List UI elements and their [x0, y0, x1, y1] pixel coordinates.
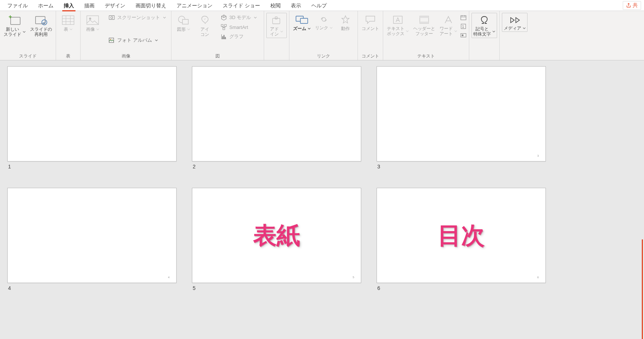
tab-design[interactable]: デザイン — [100, 0, 130, 11]
group-media-label — [502, 53, 528, 60]
group-symbols: 記号と 特殊文字 — [469, 11, 500, 60]
action-label: 動作 — [341, 26, 350, 31]
tab-animations[interactable]: アニメーション — [171, 0, 218, 11]
3d-model-label: 3D モデル — [229, 14, 251, 21]
3d-model-button[interactable]: 3D モデル — [218, 13, 262, 22]
symbols-button[interactable]: 記号と 特殊文字 — [471, 13, 497, 38]
svg-rect-19 — [275, 17, 277, 19]
slide-item[interactable]: 4 4 — [7, 188, 177, 291]
svg-rect-3 — [62, 16, 74, 25]
group-text-label: テキスト — [385, 52, 467, 60]
svg-rect-24 — [420, 16, 429, 18]
addin-icon — [271, 16, 282, 25]
photo-album-button[interactable]: フォト アルバム — [106, 36, 169, 45]
slide-number: 6 — [377, 285, 547, 291]
svg-rect-8 — [109, 38, 114, 43]
header-footer-icon — [419, 15, 430, 25]
omega-icon — [479, 16, 490, 25]
share-button[interactable]: 共 — [623, 1, 641, 10]
tab-view[interactable]: 表示 — [286, 0, 306, 11]
tab-file[interactable]: ファイル — [2, 0, 33, 11]
slide-item[interactable]: 2 — [192, 66, 362, 170]
ribbon-tabs: ファイル ホーム 挿入 描画 デザイン 画面切り替え アニメーション スライド … — [0, 0, 644, 11]
chevron-down-icon — [308, 27, 311, 30]
header-footer-button[interactable]: ヘッダーと フッター — [412, 13, 437, 37]
date-time-icon[interactable] — [460, 14, 467, 21]
chevron-down-icon — [523, 27, 526, 30]
group-text: テキスト ボックス ヘッダーと フッター ワード アート テキスト — [383, 11, 469, 60]
chevron-down-icon — [492, 30, 495, 33]
shapes-button[interactable]: 図形 — [174, 13, 193, 33]
slide-item[interactable]: 1 — [7, 66, 177, 170]
group-slides: 新しい スライド スライドの 再利用 スライド — [0, 11, 56, 60]
slide-number-icon[interactable] — [460, 23, 467, 30]
slide-thumbnail[interactable] — [7, 66, 177, 161]
tab-help[interactable]: ヘルプ — [306, 0, 332, 11]
slide-thumbnail[interactable]: 4 — [7, 188, 177, 283]
tab-draw[interactable]: 描画 — [79, 0, 100, 11]
shapes-label: 図形 — [177, 27, 186, 32]
textbox-icon — [392, 15, 403, 25]
slide-thumbnail[interactable]: 目次 6 — [377, 188, 546, 283]
new-slide-button[interactable]: 新しい スライド — [2, 13, 27, 38]
tab-home[interactable]: ホーム — [33, 0, 59, 11]
svg-rect-16 — [223, 35, 225, 39]
svg-rect-15 — [222, 36, 223, 39]
slide-number: 1 — [7, 164, 177, 170]
table-button[interactable]: 表 — [58, 13, 78, 33]
tab-review[interactable]: 校閲 — [265, 0, 286, 11]
textbox-button[interactable]: テキスト ボックス — [385, 13, 410, 37]
photo-album-label: フォト アルバム — [117, 37, 152, 44]
chevron-down-icon — [454, 30, 457, 33]
picture-button[interactable]: 画像 — [83, 13, 103, 33]
svg-rect-27 — [461, 24, 466, 29]
icons-button[interactable]: アイ コン — [195, 13, 215, 38]
group-images: 画像 スクリーンショット フォト アルバム 画像 — [81, 11, 171, 60]
smartart-button[interactable]: SmartArt — [218, 22, 262, 32]
group-images-label: 画像 — [83, 52, 169, 60]
slide-thumbnail[interactable]: 3 — [377, 66, 546, 161]
svg-rect-17 — [225, 37, 226, 39]
slide-item[interactable]: 表紙 5 5 — [192, 188, 362, 291]
icons-icon — [199, 15, 210, 25]
comment-button[interactable]: コメント — [360, 13, 381, 32]
new-slide-label: 新しい スライド — [4, 27, 21, 37]
slide-title-text: 目次 — [377, 220, 545, 252]
chevron-down-icon — [23, 30, 26, 33]
object-icon[interactable] — [460, 32, 467, 38]
slide-page-footer: 6 — [537, 276, 539, 279]
wordart-button[interactable]: ワード アート — [438, 13, 459, 37]
slide-number: 2 — [192, 164, 362, 170]
chart-button[interactable]: グラフ — [218, 32, 262, 41]
link-label: リンク — [315, 25, 328, 30]
svg-rect-13 — [225, 25, 226, 26]
svg-rect-21 — [300, 18, 308, 23]
wordart-icon — [443, 15, 454, 25]
zoom-button[interactable]: ズーム — [292, 13, 312, 32]
tab-transitions[interactable]: 画面切り替え — [130, 0, 171, 11]
media-button[interactable]: メディア — [502, 13, 528, 32]
reuse-slides-button[interactable]: スライドの 再利用 — [29, 13, 53, 38]
media-icon — [509, 16, 520, 24]
slide-item[interactable]: 目次 6 6 — [377, 188, 547, 291]
link-button[interactable]: リンク — [314, 13, 334, 31]
slide-item[interactable]: 3 3 — [377, 66, 547, 170]
slide-thumbnail[interactable]: 表紙 5 — [192, 188, 361, 283]
chevron-down-icon — [163, 16, 166, 19]
cube-icon — [221, 14, 227, 21]
addins-button[interactable]: アド イン — [266, 13, 287, 38]
tab-slideshow[interactable]: スライド ショー — [218, 0, 265, 11]
slide-thumbnail[interactable] — [192, 66, 361, 161]
svg-rect-12 — [221, 25, 223, 26]
screenshot-icon — [108, 14, 115, 21]
share-label: 共 — [633, 2, 638, 9]
slide-number: 5 — [192, 285, 362, 291]
share-icon — [626, 3, 631, 8]
picture-label: 画像 — [86, 27, 95, 32]
action-button[interactable]: 動作 — [336, 13, 355, 32]
slide-sorter-view[interactable]: 1 2 3 3 4 4 表紙 5 5 — [0, 60, 644, 339]
screenshot-button[interactable]: スクリーンショット — [106, 13, 169, 22]
tab-insert[interactable]: 挿入 — [59, 0, 79, 11]
slide-page-footer: 5 — [353, 276, 354, 279]
chevron-down-icon — [155, 39, 158, 42]
